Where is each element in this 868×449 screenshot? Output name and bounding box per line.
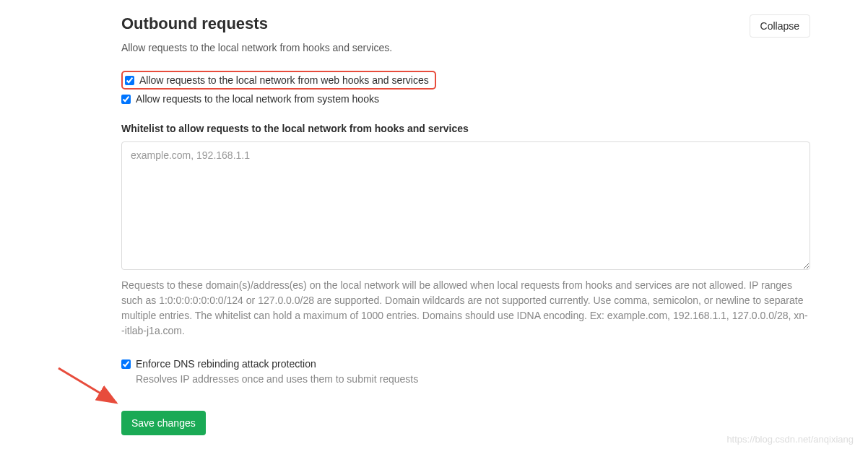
save-changes-button[interactable]: Save changes — [121, 411, 206, 435]
section-subtitle: Allow requests to the local network from… — [121, 42, 810, 53]
allow-system-hooks-label: Allow requests to the local network from… — [136, 93, 379, 105]
whitelist-textarea[interactable] — [121, 141, 810, 270]
enforce-dns-subtext: Resolves IP addresses once and uses them… — [136, 373, 810, 385]
collapse-button[interactable]: Collapse — [750, 14, 810, 38]
enforce-dns-checkbox[interactable] — [121, 359, 131, 369]
whitelist-help-text: Requests to these domain(s)/address(es) … — [121, 278, 810, 339]
allow-web-hooks-label: Allow requests to the local network from… — [139, 74, 429, 86]
section-title: Outbound requests — [121, 14, 268, 33]
whitelist-label: Whitelist to allow requests to the local… — [121, 123, 810, 134]
allow-system-hooks-checkbox[interactable] — [121, 95, 131, 104]
arrow-annotation-icon — [55, 361, 127, 419]
highlight-annotation: Allow requests to the local network from… — [121, 71, 436, 90]
allow-web-hooks-checkbox[interactable] — [125, 76, 134, 85]
enforce-dns-label: Enforce DNS rebinding attack protection — [136, 358, 316, 370]
svg-line-1 — [58, 368, 116, 403]
